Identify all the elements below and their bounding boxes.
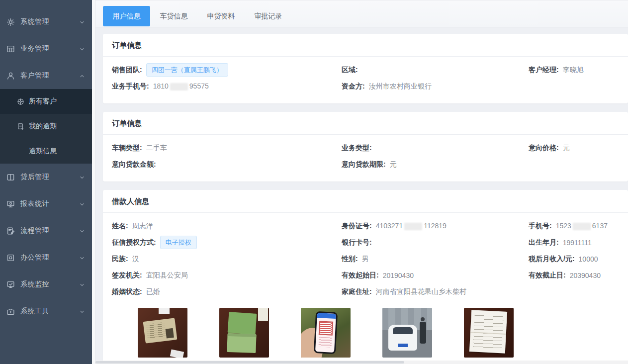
- field-label: 家庭住址:: [342, 287, 372, 296]
- field-label: 车辆类型:: [112, 144, 142, 153]
- sidebar-item-label: 贷后管理: [20, 173, 79, 182]
- sidebar-item-system-tools[interactable]: 系统工具: [0, 298, 92, 325]
- sales-team-tag[interactable]: 四团一营（直属王鹏飞）: [146, 63, 228, 77]
- field-value: 汝州市农村商业银行: [369, 82, 432, 91]
- sidebar-scroll-gutter[interactable]: [92, 0, 95, 364]
- tab-car-loan-info[interactable]: 车贷信息: [150, 6, 197, 26]
- phone-qr-photo-thumbnail[interactable]: [301, 308, 351, 358]
- sidebar-item-report-statistics[interactable]: 报表统计: [0, 190, 92, 217]
- field-label: 婚姻状态:: [112, 287, 142, 296]
- field-value: 河南省宜阳县花果山乡木柴村: [376, 287, 466, 296]
- horizontal-scrollbar-thumb[interactable]: [95, 361, 404, 364]
- notebook-icon: [17, 123, 24, 130]
- field-label: 区域:: [342, 66, 358, 75]
- car-person-photo-thumbnail[interactable]: [382, 308, 432, 358]
- field-label: 有效起始日:: [342, 271, 379, 280]
- open-book-icon: [6, 173, 15, 182]
- field-value: 李晓旭: [563, 66, 584, 75]
- field-label: 银行卡号:: [342, 238, 372, 247]
- card-title: 订单信息: [103, 34, 628, 57]
- sidebar-item-label: 系统监控: [20, 280, 79, 289]
- field-value: 周志洋: [132, 222, 153, 231]
- monitor-chart-icon: [6, 200, 15, 208]
- field-label: 资金方:: [342, 82, 365, 91]
- content-scroll-area[interactable]: 订单信息 销售团队: 四团一营（直属王鹏飞） 区域: 客户经理:: [95, 27, 628, 364]
- id-card-photo-thumbnail[interactable]: [138, 308, 187, 358]
- field-value: 19911111: [563, 239, 592, 247]
- sidebar-item-system-management[interactable]: 系统管理: [0, 8, 92, 35]
- field-issuing-authority: 签发机关: 宜阳县公安局: [112, 267, 342, 283]
- field-birth-date: 出生年月: 19911111: [529, 234, 619, 251]
- chevron-down-icon: [79, 308, 85, 314]
- sidebar: 系统管理 业务管理 客户管理 所有客户 我的逾期 逾期信息: [0, 0, 92, 364]
- sidebar-item-label: 所有客户: [29, 97, 57, 106]
- field-value: 4103271112819: [376, 222, 447, 230]
- horizontal-scrollbar[interactable]: [95, 361, 628, 364]
- field-marital-status: 婚姻状态: 已婚: [112, 283, 342, 300]
- field-value: 元: [563, 144, 570, 153]
- field-intent-loan-amount: 意向贷款金额:: [112, 156, 342, 173]
- chevron-down-icon: [79, 201, 85, 207]
- clipboard-pen-icon: [6, 227, 15, 235]
- attachment-license-booklet-photo[interactable]: 驾驶证照片: [219, 308, 269, 364]
- field-gender: 性别: 男: [342, 251, 529, 267]
- field-value: 元: [390, 160, 397, 169]
- field-value: 181095575: [153, 82, 209, 91]
- attachment-id-card-photo[interactable]: 个人照: [138, 308, 187, 364]
- chevron-down-icon: [79, 19, 85, 25]
- chevron-up-icon: [79, 73, 85, 79]
- gear-icon: [6, 18, 15, 26]
- user-icon: [6, 72, 15, 80]
- field-value: 已婚: [146, 287, 160, 296]
- sidebar-item-overdue-info[interactable]: 逾期信息: [0, 139, 92, 164]
- sidebar-item-business-management[interactable]: 业务管理: [0, 35, 92, 62]
- tab-approval-records[interactable]: 审批记录: [245, 6, 292, 26]
- field-label: 民族:: [112, 255, 128, 264]
- toolbox-icon: [6, 307, 15, 316]
- attachment-person-car-photo[interactable]: 人车合影: [382, 308, 432, 364]
- sidebar-item-process-management[interactable]: 流程管理: [0, 217, 92, 244]
- field-id-number: 身份证号: 4103271112819: [342, 218, 529, 234]
- sidebar-item-customer-management[interactable]: 客户管理: [0, 62, 92, 89]
- field-mobile: 手机号: 15236137: [529, 218, 619, 234]
- redacted-segment: [404, 223, 422, 230]
- chevron-down-icon: [79, 228, 85, 234]
- field-label: 业务类型:: [342, 144, 372, 153]
- field-valid-to: 有效截止日: 20390430: [529, 267, 619, 283]
- field-label: 有效截止日:: [529, 271, 566, 280]
- field-credit-auth: 征信授权方式: 电子授权: [112, 234, 342, 251]
- sidebar-item-all-customers[interactable]: 所有客户: [0, 89, 92, 114]
- field-value: 20390430: [570, 272, 601, 279]
- sidebar-item-label: 报表统计: [20, 199, 79, 208]
- sidebar-item-office-management[interactable]: 办公管理: [0, 244, 92, 271]
- field-account-manager: 客户经理: 李晓旭: [529, 62, 619, 78]
- tab-loan-application-docs[interactable]: 申贷资料: [197, 6, 245, 26]
- sidebar-item-label: 业务管理: [20, 44, 79, 53]
- field-bank-card: 银行卡号:: [342, 234, 529, 251]
- attachment-other-document-photo[interactable]: 其他材料: [464, 308, 514, 364]
- card-title: 订单信息: [103, 112, 628, 135]
- sidebar-item-label: 我的逾期: [29, 122, 57, 131]
- tab-user-info[interactable]: 用户信息: [103, 6, 150, 26]
- credit-auth-tag[interactable]: 电子授权: [160, 236, 197, 249]
- page: 系统管理 业务管理 客户管理 所有客户 我的逾期 逾期信息: [0, 0, 628, 364]
- attachment-gallery: 个人照 驾驶证照片: [138, 308, 619, 364]
- monitor-check-icon: [6, 280, 15, 289]
- sidebar-item-system-monitor[interactable]: 系统监控: [0, 271, 92, 298]
- field-name: 姓名: 周志洋: [112, 218, 342, 234]
- chevron-down-icon: [79, 255, 85, 261]
- sidebar-item-my-overdue[interactable]: 我的逾期: [0, 114, 92, 139]
- field-label: 客户经理:: [529, 66, 559, 75]
- document-photo-thumbnail[interactable]: [464, 308, 514, 358]
- field-label: 姓名:: [112, 222, 128, 231]
- green-booklet-photo-thumbnail[interactable]: [219, 308, 269, 358]
- sidebar-item-label: 系统工具: [20, 307, 79, 316]
- field-label: 业务手机号:: [112, 82, 149, 91]
- sidebar-item-postloan-management[interactable]: 贷后管理: [0, 164, 92, 190]
- field-vehicle-type: 车辆类型: 二手车: [112, 140, 342, 156]
- attachment-credit-report-photo[interactable]: 征信图片: [301, 308, 351, 364]
- field-label: 征信授权方式:: [112, 238, 156, 247]
- office-icon: [6, 254, 15, 262]
- redacted-segment: [573, 223, 591, 230]
- field-value: 男: [362, 255, 369, 264]
